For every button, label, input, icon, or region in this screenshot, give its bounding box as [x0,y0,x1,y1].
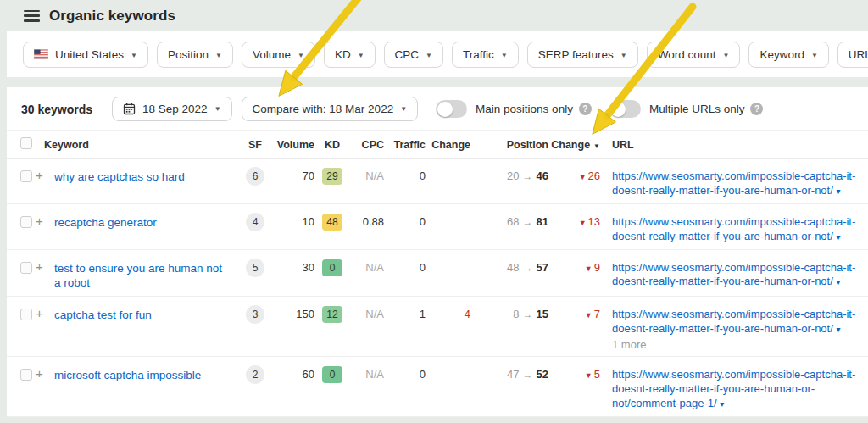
url-link[interactable]: https://www.seosmarty.com/impossible-cap… [612,215,868,244]
table-row: + are you a human captcha 5 40 9 N/A 0 5… [7,416,868,417]
filter-url-button[interactable]: URL ▼ [837,42,868,68]
row-checkbox[interactable] [20,170,32,182]
position-value: 57→59 [470,416,548,417]
menu-icon[interactable] [24,10,40,22]
traffic-change-value [426,356,470,416]
url-caret-icon[interactable]: ▾ [836,325,840,334]
column-header-position[interactable]: Position [470,131,548,159]
expand-plus-icon[interactable]: + [36,168,43,182]
url-caret-icon[interactable]: ▾ [836,232,840,242]
filter-bar: United States ▼ Position ▼ Volume ▼ KD ▼… [7,31,868,77]
keyword-link[interactable]: captcha test for fun [54,308,164,323]
traffic-change-value [426,416,470,417]
expand-plus-icon[interactable]: + [36,214,43,228]
traffic-value: 0 [384,203,426,249]
chevron-down-icon: ▼ [501,51,508,58]
help-icon[interactable]: ? [750,103,763,115]
filter-country-button[interactable]: United States ▼ [23,42,148,68]
multiple-urls-toggle[interactable] [609,100,641,118]
position-change-number: 13 [588,215,600,228]
serp-features-badge[interactable]: 4 [246,213,264,231]
keywords-table: Keyword SF Volume KD CPC Traffic Change … [7,130,868,417]
expand-plus-icon[interactable]: + [36,306,43,320]
serp-features-badge[interactable]: 5 [246,259,264,277]
position-old: 8 [513,308,519,320]
position-arrow-icon: → [520,170,537,182]
filter-traffic-button[interactable]: Traffic ▼ [452,42,519,68]
filter-label: Traffic [463,48,494,61]
volume-value: 60 [268,356,314,416]
date-picker-button[interactable]: 18 Sep 2022 ▼ [112,97,232,121]
keyword-link[interactable]: microsoft captcha impossible [54,368,213,383]
filter-word-count-button[interactable]: Word count ▼ [647,42,741,68]
kd-badge: 0 [322,259,342,276]
expand-plus-icon[interactable]: + [36,259,43,274]
position-arrow-icon: → [520,369,537,381]
position-value: 48→57 [470,249,548,297]
column-header-volume[interactable]: Volume [268,131,314,159]
filter-cpc-button[interactable]: CPC ▼ [384,42,443,68]
position-change-number: 9 [594,261,600,274]
position-change-value: ▼13 [548,203,600,249]
url-caret-icon[interactable]: ▾ [836,186,840,196]
filter-position-button[interactable]: Position ▼ [157,42,233,68]
sort-descending-icon: ▼ [593,142,600,150]
column-header-change[interactable]: Change [426,131,470,159]
cpc-value: N/A [350,416,384,417]
serp-features-badge[interactable]: 6 [246,167,264,186]
row-checkbox[interactable] [20,262,32,274]
toggle-knob [437,102,453,117]
app-header: Organic keywords [0,0,868,31]
table-row: + captcha test for fun 3 150 12 N/A 1 −4… [7,297,868,357]
column-header-keyword[interactable]: Keyword [36,131,242,159]
kd-badge: 12 [322,306,342,323]
filter-label: KD [335,48,351,61]
keyword-link[interactable]: test to ensure you are human not a robot [54,261,242,292]
chevron-down-icon: ▼ [215,51,222,58]
column-header-cpc[interactable]: CPC [350,131,384,159]
url-caret-icon[interactable]: ▾ [720,399,724,409]
column-header-sf[interactable]: SF [242,131,268,159]
url-link[interactable]: https://www.seosmarty.com/impossible-cap… [612,308,868,337]
url-link[interactable]: https://www.seosmarty.com/impossible-cap… [612,170,868,198]
column-header-change-sorted[interactable]: Change▼ [548,131,600,159]
serp-features-badge[interactable]: 3 [246,305,264,324]
filter-kd-button[interactable]: KD ▼ [324,42,376,68]
url-text: https://www.seosmarty.com/impossible-cap… [612,215,855,242]
url-caret-icon[interactable]: ▾ [836,277,840,287]
position-value: 68→81 [470,203,548,249]
kd-badge: 0 [322,366,342,383]
keyword-link[interactable]: recaptcha generator [54,215,169,231]
help-icon[interactable]: ? [579,103,592,115]
url-link[interactable]: https://www.seosmarty.com/impossible-cap… [612,368,868,411]
serp-features-badge[interactable]: 2 [246,365,264,384]
filter-volume-button[interactable]: Volume ▼ [242,42,315,68]
column-header-kd[interactable]: KD [314,131,350,159]
row-checkbox[interactable] [20,309,32,320]
column-header-label: Change [551,139,590,151]
us-flag-icon [34,49,48,59]
toggle-knob [610,102,626,117]
compare-with-button[interactable]: Compare with: 18 Mar 2022 ▼ [242,97,419,121]
cpc-value: N/A [350,159,384,204]
column-header-traffic[interactable]: Traffic [384,131,426,159]
select-all-checkbox[interactable] [20,137,32,149]
traffic-change-value [426,159,470,204]
filter-label: CPC [395,48,420,61]
more-urls-label[interactable]: 1 more [612,338,868,351]
down-triangle-icon: ▼ [579,173,587,181]
keyword-link[interactable]: why are captchas so hard [54,170,197,185]
url-link[interactable]: https://www.seosmarty.com/impossible-cap… [612,261,868,290]
volume-value: 30 [268,249,314,297]
column-header-url[interactable]: URL [600,131,868,159]
table-row: + recaptcha generator 4 10 48 0.88 0 68→… [7,203,868,249]
filter-serp-features-button[interactable]: SERP features ▼ [527,42,638,68]
filter-label: SERP features [538,48,614,61]
expand-plus-icon[interactable]: + [36,366,43,381]
main-positions-toggle[interactable] [436,100,467,118]
position-change-value: ▼5 [548,356,600,416]
filter-keyword-button[interactable]: Keyword ▼ [748,42,828,68]
position-change-value: ▼2 [548,416,600,417]
row-checkbox[interactable] [20,216,32,228]
row-checkbox[interactable] [20,369,32,381]
